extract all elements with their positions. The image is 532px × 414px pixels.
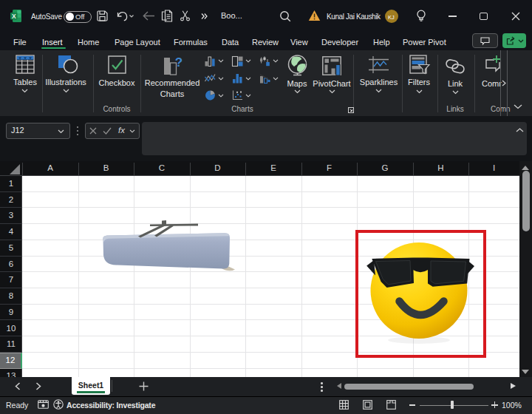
svg-text:X: X [12, 13, 16, 20]
svg-text:?: ? [175, 55, 183, 69]
